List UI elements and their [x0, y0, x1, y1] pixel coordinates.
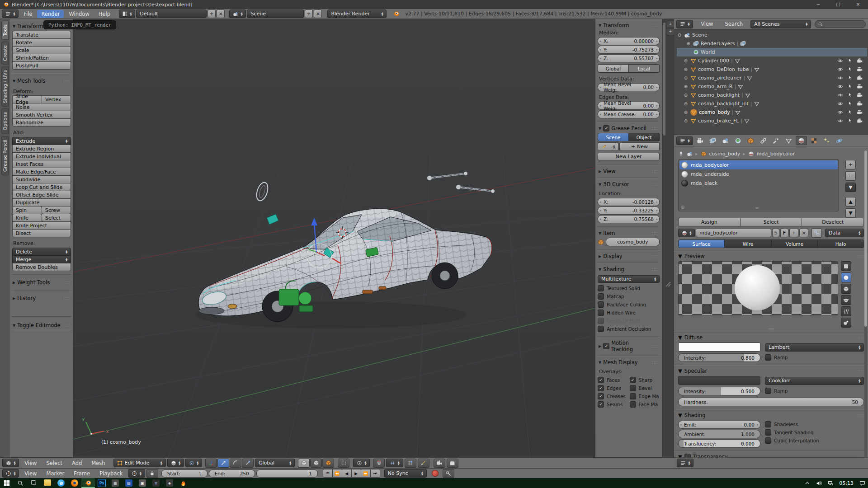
taskbar-search-button[interactable]: [14, 478, 27, 488]
current-frame-field[interactable]: 1: [256, 469, 318, 478]
view3d-editor-type-button[interactable]: [2, 459, 19, 467]
region-plus-icon[interactable]: +: [666, 28, 675, 35]
item-name-field[interactable]: cosmo_body: [606, 238, 660, 246]
proportional-edit-selector[interactable]: [353, 459, 370, 467]
remove-doubles-button[interactable]: Remove Doubles: [12, 263, 71, 271]
close-button[interactable]: ×: [848, 0, 868, 9]
start-button[interactable]: [0, 478, 14, 488]
minimize-button[interactable]: ─: [808, 0, 828, 9]
preview-monkey-button[interactable]: [841, 295, 851, 305]
ambient-slider[interactable]: Ambient:1.000: [678, 430, 760, 438]
layout-selector[interactable]: Default: [136, 9, 207, 18]
cursor-select-icon[interactable]: [847, 75, 853, 80]
breadcrumb-material[interactable]: mda_bodycolor: [757, 151, 795, 157]
vertex-bevel-weight-field[interactable]: Mean Bevel Weig:0.00: [598, 83, 660, 91]
outliner-row-object[interactable]: ⊕ Cylinder.000|: [677, 56, 867, 65]
slot-remove-button[interactable]: −: [845, 171, 856, 181]
timeline-clock-button[interactable]: [128, 469, 145, 478]
cubic-interpolation-checkbox[interactable]: Cubic Interpolation: [765, 436, 864, 445]
creases-checkbox[interactable]: ✓Creases: [598, 392, 628, 400]
record-button[interactable]: [432, 470, 439, 477]
lock-icon[interactable]: [146, 469, 158, 478]
render-restrict-icon[interactable]: [857, 118, 863, 124]
preview-flat-button[interactable]: [841, 261, 851, 271]
bisect-button[interactable]: Bisect: [12, 229, 71, 237]
slide-edge-button[interactable]: Slide Edge: [12, 95, 42, 103]
taskbar-clock[interactable]: 05:13: [836, 480, 856, 486]
diffuse-intensity-slider[interactable]: Intensity:0.800: [678, 353, 760, 362]
material-new-button[interactable]: +: [789, 229, 798, 237]
knife-project-button[interactable]: Knife Project: [12, 221, 71, 230]
extrude-individual-button[interactable]: Extrude Individual: [12, 152, 71, 160]
properties-editor-type-button[interactable]: [677, 459, 693, 467]
properties-scrollbar[interactable]: [864, 150, 867, 462]
emit-field[interactable]: Emit:0.00: [678, 421, 760, 429]
panel-diffuse[interactable]: ▼Diffuse::::: [678, 334, 864, 341]
timeline-menu-playback[interactable]: Playback: [95, 469, 127, 478]
panel-np-transform[interactable]: ▼Transform::::: [599, 22, 659, 28]
taskbar-app-icon[interactable]: ◈: [163, 478, 176, 488]
scene-add-button[interactable]: +: [305, 9, 313, 18]
wire-tab[interactable]: Wire: [725, 239, 771, 248]
slot-specials-menu[interactable]: ▼: [845, 183, 856, 192]
data-source-selector[interactable]: Data: [825, 229, 864, 237]
eye-icon[interactable]: [837, 58, 843, 64]
panel-3d-cursor[interactable]: ▼3D Cursor::::: [599, 181, 659, 188]
randomize-button[interactable]: Randomize: [12, 118, 71, 127]
prev-keyframe-button[interactable]: ⏪: [332, 469, 342, 478]
hidden-wire-checkbox[interactable]: Hidden Wire: [598, 309, 660, 317]
cursor-select-icon[interactable]: [847, 84, 853, 89]
matcap-checkbox[interactable]: Matcap: [598, 292, 660, 300]
tray-volume-icon[interactable]: [813, 478, 825, 488]
eye-icon[interactable]: [837, 75, 843, 81]
cursor-z-field[interactable]: Z:0.75568: [598, 215, 660, 223]
render-restrict-icon[interactable]: [857, 84, 863, 89]
taskbar-app-icon[interactable]: ▣: [136, 478, 149, 488]
outliner-row-object[interactable]: ⊕ cosmo_DeDion_tube|: [677, 65, 867, 74]
duplicate-button[interactable]: Duplicate: [12, 198, 71, 206]
spin-button[interactable]: Spin: [12, 206, 42, 214]
editor-type-button[interactable]: [2, 9, 19, 18]
textured-solid-checkbox[interactable]: Textured Solid: [598, 284, 660, 292]
mean-crease-field[interactable]: Mean Crease:0.00: [598, 110, 660, 118]
tab-render[interactable]: [694, 136, 706, 145]
material-slot[interactable]: mda_underside: [679, 169, 838, 178]
tab-modifiers[interactable]: [770, 136, 782, 145]
slide-vertex-button[interactable]: Vertex: [42, 95, 71, 103]
outliner-row-object[interactable]: ⊕ cosmo_arm_R|: [677, 82, 867, 91]
median-x-field[interactable]: X:0.00000: [598, 37, 660, 45]
tab-tools[interactable]: Tools: [1, 21, 9, 40]
preview-world-button[interactable]: [841, 318, 851, 328]
manipulator-scale-button[interactable]: [242, 459, 254, 468]
slot-add-button[interactable]: +: [845, 160, 856, 169]
panel-operator-redo[interactable]: ▼Toggle Editmode::::: [13, 322, 70, 328]
deselect-button[interactable]: Deselect: [802, 218, 864, 226]
taskbar-app-icon[interactable]: ▤: [122, 478, 136, 488]
taskbar-app-icon[interactable]: ▦: [108, 478, 122, 488]
cursor-y-field[interactable]: Y:-0.33225: [598, 206, 660, 215]
render-restrict-icon[interactable]: [857, 75, 863, 81]
timeline-menu-marker[interactable]: Marker: [42, 469, 69, 478]
shading-mode-selector[interactable]: Multitexture: [598, 275, 660, 283]
select-button[interactable]: Select: [740, 218, 802, 226]
slot-add-mini-icon[interactable]: ⊕: [681, 205, 684, 210]
faces-checkbox[interactable]: ✓Faces: [598, 376, 628, 384]
panel-grease-pencil[interactable]: ▼✓Grease Pencil::::: [599, 125, 659, 131]
tab-create[interactable]: Create: [1, 42, 9, 65]
slot-move-down-button[interactable]: ▼: [845, 208, 856, 218]
manipulator-toggle[interactable]: [205, 459, 217, 468]
specular-ramp-checkbox[interactable]: Ramp: [765, 387, 864, 395]
breadcrumb-object[interactable]: cosmo_body: [709, 151, 741, 157]
outliner-row-object-active[interactable]: ⊕ cosmo_body|: [677, 108, 867, 117]
local-toggle[interactable]: Local: [629, 64, 660, 73]
inset-faces-button[interactable]: Inset Faces: [12, 160, 71, 168]
translucency-slider[interactable]: Translucency:0.000: [678, 439, 760, 448]
outliner-row-scene[interactable]: ⊖ Scene: [677, 31, 867, 39]
outliner-editor-type-button[interactable]: [676, 20, 693, 28]
shrink-fatten-button[interactable]: Shrink/Fatten: [12, 54, 71, 62]
timeline-menu-frame[interactable]: Frame: [70, 469, 94, 478]
eye-icon[interactable]: [837, 84, 843, 89]
area-resize-grip[interactable]: [665, 281, 671, 287]
eye-icon[interactable]: [837, 66, 843, 72]
screw-button[interactable]: Screw: [42, 206, 71, 214]
